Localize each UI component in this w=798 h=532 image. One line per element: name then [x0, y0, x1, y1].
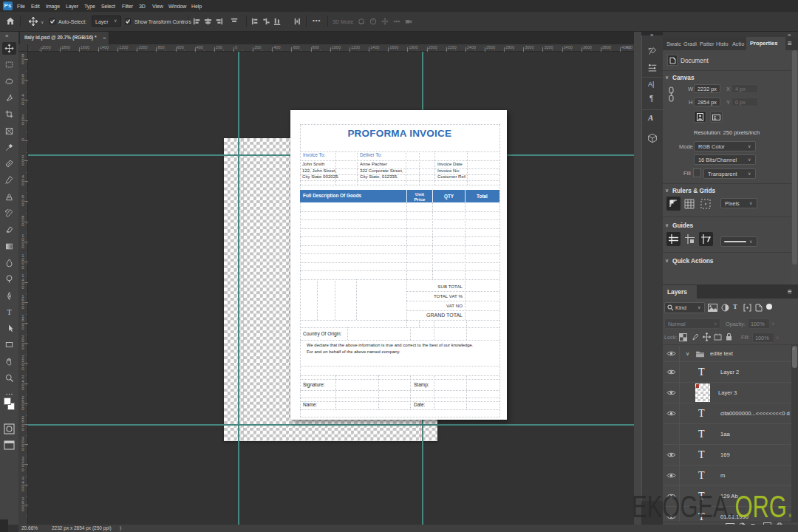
- svg-text:T: T: [7, 308, 11, 316]
